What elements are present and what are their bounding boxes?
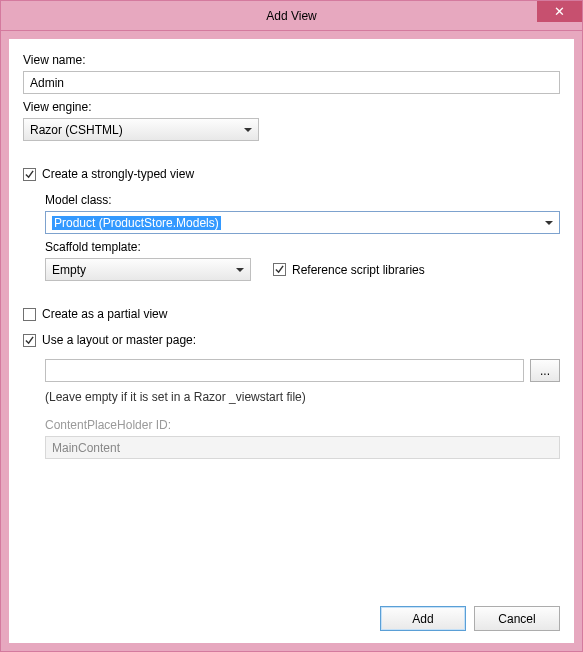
ref-scripts-checkbox[interactable] (273, 263, 286, 276)
layout-hint: (Leave empty if it is set in a Razor _vi… (45, 390, 560, 404)
view-engine-value: Razor (CSHTML) (30, 123, 123, 137)
partial-view-checkbox[interactable] (23, 308, 36, 321)
use-layout-row[interactable]: Use a layout or master page: (23, 333, 560, 347)
view-name-label: View name: (23, 53, 560, 67)
titlebar-title: Add View (266, 9, 316, 23)
chevron-down-icon (545, 221, 553, 225)
partial-view-row[interactable]: Create as a partial view (23, 307, 560, 321)
model-class-label: Model class: (45, 193, 560, 207)
strongly-typed-row[interactable]: Create a strongly-typed view (23, 167, 560, 181)
strongly-typed-checkbox[interactable] (23, 168, 36, 181)
browse-button-label: ... (540, 364, 550, 378)
close-button[interactable]: ✕ (537, 1, 582, 22)
scaffold-template-value: Empty (52, 263, 86, 277)
dialog-frame: View name: View engine: Razor (CSHTML) C… (1, 31, 582, 651)
cph-id-input (45, 436, 560, 459)
browse-button[interactable]: ... (530, 359, 560, 382)
chevron-down-icon (244, 128, 252, 132)
strongly-typed-label: Create a strongly-typed view (42, 167, 194, 181)
cph-id-label: ContentPlaceHolder ID: (45, 418, 560, 432)
model-class-value: Product (ProductStore.Models) (52, 216, 221, 230)
ref-scripts-label: Reference script libraries (292, 263, 425, 277)
scaffold-template-select[interactable]: Empty (45, 258, 251, 281)
dialog-buttons: Add Cancel (380, 606, 560, 631)
view-engine-label: View engine: (23, 100, 560, 114)
chevron-down-icon (236, 268, 244, 272)
use-layout-label: Use a layout or master page: (42, 333, 196, 347)
add-view-dialog: Add View ✕ View name: View engine: Razor… (0, 0, 583, 652)
scaffold-template-label: Scaffold template: (45, 240, 560, 254)
partial-view-label: Create as a partial view (42, 307, 167, 321)
view-engine-select[interactable]: Razor (CSHTML) (23, 118, 259, 141)
layout-path-input[interactable] (45, 359, 524, 382)
titlebar: Add View ✕ (1, 1, 582, 31)
cancel-button[interactable]: Cancel (474, 606, 560, 631)
model-class-select[interactable]: Product (ProductStore.Models) (45, 211, 560, 234)
ref-scripts-row[interactable]: Reference script libraries (273, 263, 425, 277)
use-layout-checkbox[interactable] (23, 334, 36, 347)
view-name-input[interactable] (23, 71, 560, 94)
close-icon: ✕ (554, 4, 565, 19)
add-button[interactable]: Add (380, 606, 466, 631)
dialog-content: View name: View engine: Razor (CSHTML) C… (9, 39, 574, 643)
